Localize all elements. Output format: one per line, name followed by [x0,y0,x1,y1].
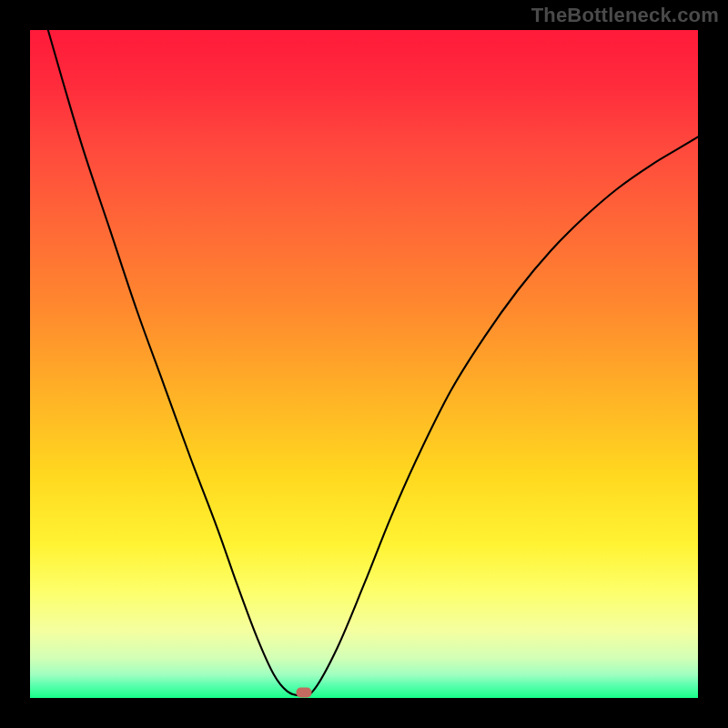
optimum-marker [296,688,311,698]
bottleneck-curve [48,30,698,696]
plot-area [30,30,698,698]
chart-frame: TheBottleneck.com [0,0,728,728]
watermark-text: TheBottleneck.com [531,4,719,27]
curve-svg [30,30,698,698]
